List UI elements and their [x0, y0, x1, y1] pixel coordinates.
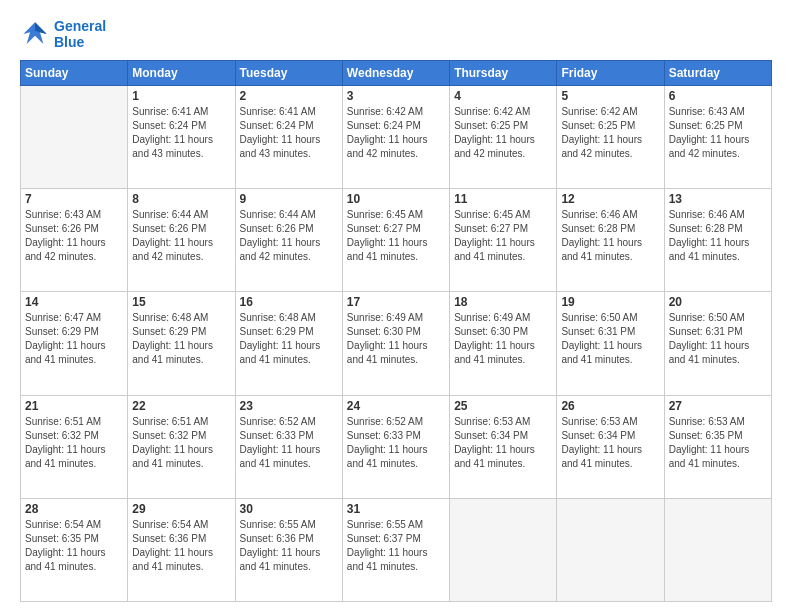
day-detail: Sunrise: 6:55 AMSunset: 6:36 PMDaylight:…	[240, 518, 338, 574]
day-detail: Sunrise: 6:51 AMSunset: 6:32 PMDaylight:…	[25, 415, 123, 471]
weekday-header: Tuesday	[235, 61, 342, 86]
calendar-cell: 2Sunrise: 6:41 AMSunset: 6:24 PMDaylight…	[235, 86, 342, 189]
calendar-week-row: 21Sunrise: 6:51 AMSunset: 6:32 PMDayligh…	[21, 395, 772, 498]
day-detail: Sunrise: 6:47 AMSunset: 6:29 PMDaylight:…	[25, 311, 123, 367]
calendar-cell: 21Sunrise: 6:51 AMSunset: 6:32 PMDayligh…	[21, 395, 128, 498]
calendar-cell: 30Sunrise: 6:55 AMSunset: 6:36 PMDayligh…	[235, 498, 342, 601]
day-detail: Sunrise: 6:53 AMSunset: 6:34 PMDaylight:…	[561, 415, 659, 471]
day-detail: Sunrise: 6:52 AMSunset: 6:33 PMDaylight:…	[347, 415, 445, 471]
calendar-cell	[557, 498, 664, 601]
day-number: 14	[25, 295, 123, 309]
calendar-cell: 13Sunrise: 6:46 AMSunset: 6:28 PMDayligh…	[664, 189, 771, 292]
day-detail: Sunrise: 6:41 AMSunset: 6:24 PMDaylight:…	[132, 105, 230, 161]
day-number: 9	[240, 192, 338, 206]
calendar-cell: 12Sunrise: 6:46 AMSunset: 6:28 PMDayligh…	[557, 189, 664, 292]
calendar-cell: 26Sunrise: 6:53 AMSunset: 6:34 PMDayligh…	[557, 395, 664, 498]
day-number: 19	[561, 295, 659, 309]
weekday-header: Sunday	[21, 61, 128, 86]
weekday-header: Saturday	[664, 61, 771, 86]
weekday-header: Friday	[557, 61, 664, 86]
calendar-cell: 23Sunrise: 6:52 AMSunset: 6:33 PMDayligh…	[235, 395, 342, 498]
calendar-cell: 9Sunrise: 6:44 AMSunset: 6:26 PMDaylight…	[235, 189, 342, 292]
day-detail: Sunrise: 6:54 AMSunset: 6:35 PMDaylight:…	[25, 518, 123, 574]
day-detail: Sunrise: 6:43 AMSunset: 6:26 PMDaylight:…	[25, 208, 123, 264]
day-number: 4	[454, 89, 552, 103]
calendar-cell: 19Sunrise: 6:50 AMSunset: 6:31 PMDayligh…	[557, 292, 664, 395]
page: General Blue SundayMondayTuesdayWednesda…	[0, 0, 792, 612]
calendar-cell	[664, 498, 771, 601]
calendar-cell: 22Sunrise: 6:51 AMSunset: 6:32 PMDayligh…	[128, 395, 235, 498]
day-number: 11	[454, 192, 552, 206]
calendar-cell: 16Sunrise: 6:48 AMSunset: 6:29 PMDayligh…	[235, 292, 342, 395]
day-detail: Sunrise: 6:44 AMSunset: 6:26 PMDaylight:…	[240, 208, 338, 264]
calendar-cell: 5Sunrise: 6:42 AMSunset: 6:25 PMDaylight…	[557, 86, 664, 189]
day-detail: Sunrise: 6:43 AMSunset: 6:25 PMDaylight:…	[669, 105, 767, 161]
calendar-cell: 28Sunrise: 6:54 AMSunset: 6:35 PMDayligh…	[21, 498, 128, 601]
day-number: 26	[561, 399, 659, 413]
day-number: 1	[132, 89, 230, 103]
calendar-cell: 29Sunrise: 6:54 AMSunset: 6:36 PMDayligh…	[128, 498, 235, 601]
day-number: 15	[132, 295, 230, 309]
calendar-cell	[450, 498, 557, 601]
day-detail: Sunrise: 6:51 AMSunset: 6:32 PMDaylight:…	[132, 415, 230, 471]
day-number: 5	[561, 89, 659, 103]
day-number: 10	[347, 192, 445, 206]
day-number: 3	[347, 89, 445, 103]
header: General Blue	[20, 18, 772, 50]
calendar-cell: 4Sunrise: 6:42 AMSunset: 6:25 PMDaylight…	[450, 86, 557, 189]
day-detail: Sunrise: 6:50 AMSunset: 6:31 PMDaylight:…	[561, 311, 659, 367]
calendar-cell: 17Sunrise: 6:49 AMSunset: 6:30 PMDayligh…	[342, 292, 449, 395]
day-number: 2	[240, 89, 338, 103]
day-number: 7	[25, 192, 123, 206]
day-detail: Sunrise: 6:48 AMSunset: 6:29 PMDaylight:…	[240, 311, 338, 367]
day-detail: Sunrise: 6:46 AMSunset: 6:28 PMDaylight:…	[669, 208, 767, 264]
day-number: 20	[669, 295, 767, 309]
day-detail: Sunrise: 6:46 AMSunset: 6:28 PMDaylight:…	[561, 208, 659, 264]
day-detail: Sunrise: 6:49 AMSunset: 6:30 PMDaylight:…	[347, 311, 445, 367]
day-number: 6	[669, 89, 767, 103]
day-detail: Sunrise: 6:52 AMSunset: 6:33 PMDaylight:…	[240, 415, 338, 471]
day-number: 25	[454, 399, 552, 413]
day-detail: Sunrise: 6:48 AMSunset: 6:29 PMDaylight:…	[132, 311, 230, 367]
day-detail: Sunrise: 6:53 AMSunset: 6:34 PMDaylight:…	[454, 415, 552, 471]
day-detail: Sunrise: 6:41 AMSunset: 6:24 PMDaylight:…	[240, 105, 338, 161]
calendar-week-row: 28Sunrise: 6:54 AMSunset: 6:35 PMDayligh…	[21, 498, 772, 601]
day-number: 23	[240, 399, 338, 413]
day-number: 31	[347, 502, 445, 516]
calendar-cell: 8Sunrise: 6:44 AMSunset: 6:26 PMDaylight…	[128, 189, 235, 292]
logo-text: General Blue	[54, 18, 106, 50]
logo: General Blue	[20, 18, 106, 50]
day-number: 22	[132, 399, 230, 413]
day-detail: Sunrise: 6:42 AMSunset: 6:25 PMDaylight:…	[454, 105, 552, 161]
weekday-header: Monday	[128, 61, 235, 86]
calendar-cell: 7Sunrise: 6:43 AMSunset: 6:26 PMDaylight…	[21, 189, 128, 292]
calendar-cell: 31Sunrise: 6:55 AMSunset: 6:37 PMDayligh…	[342, 498, 449, 601]
day-number: 17	[347, 295, 445, 309]
day-number: 12	[561, 192, 659, 206]
day-number: 30	[240, 502, 338, 516]
day-detail: Sunrise: 6:45 AMSunset: 6:27 PMDaylight:…	[454, 208, 552, 264]
calendar-cell: 6Sunrise: 6:43 AMSunset: 6:25 PMDaylight…	[664, 86, 771, 189]
calendar-cell: 15Sunrise: 6:48 AMSunset: 6:29 PMDayligh…	[128, 292, 235, 395]
weekday-header-row: SundayMondayTuesdayWednesdayThursdayFrid…	[21, 61, 772, 86]
day-detail: Sunrise: 6:55 AMSunset: 6:37 PMDaylight:…	[347, 518, 445, 574]
calendar-cell: 18Sunrise: 6:49 AMSunset: 6:30 PMDayligh…	[450, 292, 557, 395]
day-number: 28	[25, 502, 123, 516]
day-detail: Sunrise: 6:45 AMSunset: 6:27 PMDaylight:…	[347, 208, 445, 264]
day-detail: Sunrise: 6:42 AMSunset: 6:25 PMDaylight:…	[561, 105, 659, 161]
day-number: 18	[454, 295, 552, 309]
day-number: 29	[132, 502, 230, 516]
calendar-cell: 25Sunrise: 6:53 AMSunset: 6:34 PMDayligh…	[450, 395, 557, 498]
day-detail: Sunrise: 6:42 AMSunset: 6:24 PMDaylight:…	[347, 105, 445, 161]
logo-icon	[20, 19, 50, 49]
day-number: 13	[669, 192, 767, 206]
calendar-cell: 1Sunrise: 6:41 AMSunset: 6:24 PMDaylight…	[128, 86, 235, 189]
calendar-cell	[21, 86, 128, 189]
day-detail: Sunrise: 6:54 AMSunset: 6:36 PMDaylight:…	[132, 518, 230, 574]
calendar-week-row: 1Sunrise: 6:41 AMSunset: 6:24 PMDaylight…	[21, 86, 772, 189]
day-number: 27	[669, 399, 767, 413]
calendar-table: SundayMondayTuesdayWednesdayThursdayFrid…	[20, 60, 772, 602]
day-number: 21	[25, 399, 123, 413]
calendar-cell: 20Sunrise: 6:50 AMSunset: 6:31 PMDayligh…	[664, 292, 771, 395]
weekday-header: Thursday	[450, 61, 557, 86]
